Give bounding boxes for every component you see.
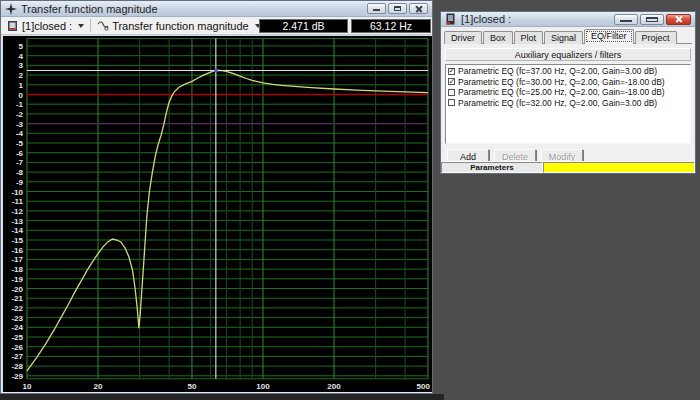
plot-window-icon xyxy=(5,3,17,15)
y-tick-label: 4 xyxy=(19,52,24,61)
y-tick-label: 1 xyxy=(19,81,24,90)
project-icon xyxy=(7,20,19,32)
eq-list-item[interactable]: Parametric EQ (fc=25.00 Hz, Q=2.00, Gain… xyxy=(448,87,688,98)
y-tick-label: -3 xyxy=(16,120,24,129)
y-tick-label: -29 xyxy=(11,372,23,381)
dialog-title: [1]closed : xyxy=(461,13,511,25)
eq-item-label: Parametric EQ (fc=37.00 Hz, Q=2.00, Gain… xyxy=(458,66,657,76)
tab-plot[interactable]: Plot xyxy=(514,31,544,44)
maximize-button[interactable] xyxy=(388,3,407,14)
y-tick-label: -9 xyxy=(16,178,24,187)
y-tick-label: -24 xyxy=(11,323,23,332)
dialog-minimize-button[interactable] xyxy=(614,14,638,25)
y-tick-label: -17 xyxy=(11,255,23,264)
eq-item-label: Parametric EQ (fc=32.00 Hz, Q=2.00, Gain… xyxy=(458,98,657,108)
eq-list-item[interactable]: Parametric EQ (fc=37.00 Hz, Q=2.00, Gain… xyxy=(448,66,688,77)
y-tick-label: -26 xyxy=(11,343,23,352)
eq-list-item[interactable]: Parametric EQ (fc=32.00 Hz, Q=2.00, Gain… xyxy=(448,98,688,109)
plot-window-shadow xyxy=(0,394,444,400)
y-tick-label: 0 xyxy=(19,91,24,100)
y-tick-label: -11 xyxy=(12,197,24,206)
y-tick-label: -16 xyxy=(11,246,23,255)
y-tick-label: -18 xyxy=(11,265,23,274)
plot-window-title: Transfer function magnitude xyxy=(21,3,158,15)
y-tick-label: -12 xyxy=(11,207,23,216)
plot-window: Transfer function magnitude [1]closed : xyxy=(0,0,433,394)
transfer-function-chart[interactable]: 543210-1-2-3-4-5-6-7-8-9-10-11-12-13-14-… xyxy=(3,36,432,392)
y-tick-label: -22 xyxy=(11,304,23,313)
x-tick-label: 10 xyxy=(23,382,32,391)
eq-enabled-checkbox[interactable] xyxy=(448,78,455,85)
plot-window-titlebar[interactable]: Transfer function magnitude xyxy=(1,1,432,17)
y-tick-label: -20 xyxy=(11,285,23,294)
project-dialog-window: [1]closed : DriverBoxPlotSignalEQ/Filter… xyxy=(440,11,696,174)
cursor-frequency-readout: 63.12 Hz xyxy=(351,19,431,33)
chevron-down-icon xyxy=(78,24,84,28)
y-tick-label: -19 xyxy=(11,275,23,284)
y-tick-label: -7 xyxy=(16,158,24,167)
y-tick-label: -1 xyxy=(16,100,24,109)
y-tick-label: 5 xyxy=(19,42,24,51)
dialog-maximize-button[interactable] xyxy=(640,14,664,25)
x-tick-label: 100 xyxy=(256,382,270,391)
eq-enabled-checkbox[interactable] xyxy=(448,68,455,75)
y-tick-label: -15 xyxy=(11,236,23,245)
y-tick-label: -6 xyxy=(16,149,24,158)
eq-enabled-checkbox[interactable] xyxy=(448,99,455,106)
y-tick-label: -4 xyxy=(16,129,24,138)
eq-item-label: Parametric EQ (fc=30.00 Hz, Q=2.00, Gain… xyxy=(458,77,665,87)
x-tick-label: 500 xyxy=(417,382,431,391)
minimize-button[interactable] xyxy=(367,3,386,14)
y-tick-label: -5 xyxy=(16,139,24,148)
tab-driver[interactable]: Driver xyxy=(444,31,482,44)
status-progress-strip xyxy=(543,162,695,173)
tab-box[interactable]: Box xyxy=(483,31,513,44)
y-tick-label: -13 xyxy=(11,217,23,226)
x-tick-label: 20 xyxy=(94,382,103,391)
y-tick-label: -10 xyxy=(11,188,23,197)
dialog-titlebar[interactable]: [1]closed : xyxy=(441,12,695,27)
y-tick-label: -28 xyxy=(11,362,23,371)
x-tick-label: 50 xyxy=(188,382,197,391)
desktop: Transfer function magnitude [1]closed : xyxy=(0,0,700,400)
y-tick-label: 2 xyxy=(19,71,24,80)
y-tick-label: -21 xyxy=(11,294,23,303)
dialog-icon xyxy=(445,13,457,25)
y-tick-label: -14 xyxy=(11,226,23,235)
y-tick-label: -27 xyxy=(11,352,23,361)
plot-type-selector-label: Transfer function magnitude xyxy=(112,20,249,32)
y-tick-label: -2 xyxy=(16,110,24,119)
eq-item-label: Parametric EQ (fc=25.00 Hz, Q=2.00, Gain… xyxy=(458,87,665,97)
toolbar-separator xyxy=(90,19,91,32)
x-tick-label: 200 xyxy=(327,382,341,391)
dialog-body: DriverBoxPlotSignalEQ/FilterProject Auxi… xyxy=(441,27,695,158)
cursor-marker[interactable] xyxy=(214,69,217,72)
tab-project[interactable]: Project xyxy=(635,31,677,44)
close-button[interactable] xyxy=(409,3,428,14)
project-selector-dropdown[interactable]: [1]closed : xyxy=(4,18,87,34)
eq-filter-list[interactable]: Parametric EQ (fc=37.00 Hz, Q=2.00, Gain… xyxy=(445,64,691,144)
dialog-tab-row: DriverBoxPlotSignalEQ/FilterProject xyxy=(444,29,692,44)
tab-eq-filter[interactable]: EQ/Filter xyxy=(584,29,634,44)
y-tick-label: -8 xyxy=(16,168,24,177)
auxiliary-equalizers-header: Auxiliary equalizers / filters xyxy=(445,48,691,61)
project-selector-label: [1]closed : xyxy=(22,20,72,32)
parameters-status-cell: Parameters xyxy=(441,162,543,173)
eq-list-item[interactable]: Parametric EQ (fc=30.00 Hz, Q=2.00, Gain… xyxy=(448,77,688,88)
tab-signal[interactable]: Signal xyxy=(544,31,583,44)
dialog-close-button[interactable] xyxy=(666,14,691,25)
plot-toolbar: [1]closed : Transfer function magnitude xyxy=(1,17,432,35)
chart-svg: 543210-1-2-3-4-5-6-7-8-9-10-11-12-13-14-… xyxy=(3,36,432,392)
y-tick-label: -23 xyxy=(11,314,23,323)
cursor-db-readout: 2.471 dB xyxy=(259,19,348,33)
y-tick-label: 3 xyxy=(19,61,24,70)
sine-curve-icon xyxy=(97,20,109,32)
dialog-status-bar: Parameters xyxy=(441,161,695,173)
plot-type-selector-dropdown[interactable]: Transfer function magnitude xyxy=(94,18,264,34)
y-tick-label: -25 xyxy=(11,333,23,342)
eq-enabled-checkbox[interactable] xyxy=(448,89,455,96)
